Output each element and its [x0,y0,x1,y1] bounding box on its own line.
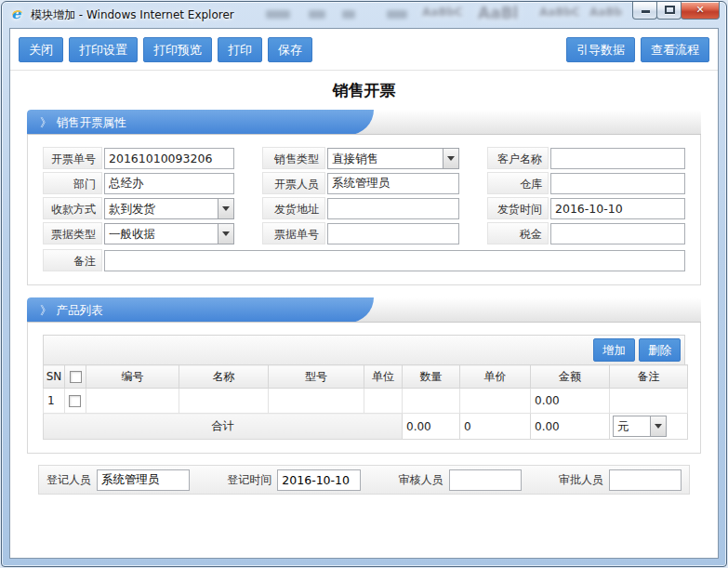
dropdown-arrow-icon[interactable] [218,224,233,244]
product-table: SN 编号 名称 型号 单位 数量 单价 金额 备注 [43,364,688,440]
section-tab: 》销售开票属性 [27,110,348,135]
maximize-icon [665,6,675,14]
invoice-no-label: 开票单号 [43,147,102,169]
dropdown-arrow-icon[interactable] [650,416,666,436]
name-header: 名称 [179,365,269,389]
minimize-button[interactable] [632,2,657,20]
registrant-input[interactable] [97,469,190,491]
currency-cell: 元 [610,414,688,440]
delivery-time-input[interactable] [550,198,685,219]
receipt-no-input[interactable] [327,223,459,244]
total-price: 0 [460,414,531,440]
receipt-no-label: 票据单号 [262,222,325,244]
approver-input[interactable] [609,469,682,491]
currency-value: 元 [614,416,650,436]
close-icon [682,4,719,16]
save-button[interactable]: 保存 [268,37,312,62]
price-cell[interactable] [460,389,531,414]
unit-cell[interactable] [364,389,403,414]
form-row: 备注 [43,249,685,271]
print-settings-button[interactable]: 打印设置 [69,37,138,62]
dropdown-arrow-icon[interactable] [443,149,458,168]
reviewer-input[interactable] [449,469,522,491]
receipt-type-label: 票据类型 [43,222,102,244]
unit-header: 单位 [364,365,403,389]
section-tab: 》产品列表 [27,297,348,323]
amount-header: 金额 [531,365,610,389]
product-list-header: 》产品列表 [27,297,701,323]
product-list-panel: 》产品列表 增加 删除 SN [27,297,701,454]
product-row: 1 0.00 [44,389,688,414]
form-row: 部门 开票人员 仓库 [43,172,685,194]
sn-cell: 1 [44,389,65,414]
print-preview-button[interactable]: 打印预览 [143,37,212,62]
code-cell[interactable] [86,389,179,414]
remark-header: 备注 [610,365,688,389]
dropdown-arrow-icon[interactable] [218,199,233,218]
product-list-toolbar: 增加 删除 [43,335,685,365]
section-chevron-icon: 》 [40,303,52,317]
model-cell[interactable] [269,389,364,414]
row-checkbox[interactable] [69,395,81,407]
name-cell[interactable] [179,389,269,414]
select-all-header [65,365,86,389]
warehouse-input[interactable] [550,173,685,194]
toolbar-left-group: 关闭 打印设置 打印预览 打印 保存 [19,37,312,62]
glass-hint-text: AaBb [589,6,622,19]
receipt-type-select[interactable]: 一般收据 [104,223,234,244]
glass-hint-text: AaBl [478,4,518,22]
tax-label: 税金 [487,222,549,244]
department-label: 部门 [43,172,102,194]
qty-header: 数量 [403,365,460,389]
form-row: 收款方式 款到发货 发货地址 发货时间 [43,197,685,219]
remarks-label: 备注 [43,249,102,271]
approver-label: 审批人员 [559,472,609,488]
remark-cell[interactable] [610,389,688,414]
department-input[interactable] [104,173,234,194]
code-header: 编号 [86,365,179,389]
invoice-no-input[interactable] [104,148,234,169]
reviewer-label: 审核人员 [399,472,449,488]
select-all-checkbox[interactable] [70,371,82,383]
minimize-icon [642,10,650,13]
print-button[interactable]: 打印 [218,37,262,62]
registrant-group: 登记人员 [46,469,190,491]
total-amount: 0.00 [531,414,610,440]
delivery-address-input[interactable] [327,198,459,219]
titlebar[interactable]: 模块增加 - Windows Internet Explorer AaBbC A… [2,2,726,28]
qty-cell[interactable] [403,389,460,414]
add-row-button[interactable]: 增加 [593,338,635,362]
customer-name-input[interactable] [550,148,685,169]
close-window-button[interactable] [681,2,720,20]
sales-type-value: 直接销售 [328,149,443,168]
glass-smudge [309,10,325,19]
delivery-time-label: 发货时间 [487,197,549,219]
sales-type-select[interactable]: 直接销售 [327,148,459,169]
close-page-button[interactable]: 关闭 [19,37,63,62]
guide-data-button[interactable]: 引导数据 [566,37,635,62]
form-row: 开票单号 销售类型 直接销售 客户名称 [43,147,685,169]
payment-method-select[interactable]: 款到发货 [104,198,234,219]
delete-row-button[interactable]: 删除 [639,338,681,362]
tax-input[interactable] [550,223,685,244]
page-title: 销售开票 [10,80,718,101]
currency-select[interactable]: 元 [613,416,667,437]
customer-name-label: 客户名称 [487,147,549,169]
register-time-input[interactable] [277,469,361,491]
view-process-button[interactable]: 查看流程 [641,37,709,62]
sn-header: SN [44,365,65,389]
register-time-group: 登记时间 [227,469,361,491]
total-qty: 0.00 [403,414,460,440]
remarks-input[interactable] [104,250,685,271]
maximize-button[interactable] [656,2,682,20]
section-title: 销售开票属性 [57,115,126,129]
total-row: 合计 0.00 0 0.00 元 [44,414,688,440]
approver-group: 审批人员 [559,469,682,491]
receipt-type-value: 一般收据 [105,224,218,244]
registrant-label: 登记人员 [46,472,97,488]
invoice-person-input[interactable] [327,173,459,194]
glass-smudge [342,10,355,19]
warehouse-label: 仓库 [487,172,549,194]
invoice-properties-panel: 》销售开票属性 开票单号 销售类型 直接销售 客户名称 [27,110,701,285]
glass-smudge [266,10,290,19]
